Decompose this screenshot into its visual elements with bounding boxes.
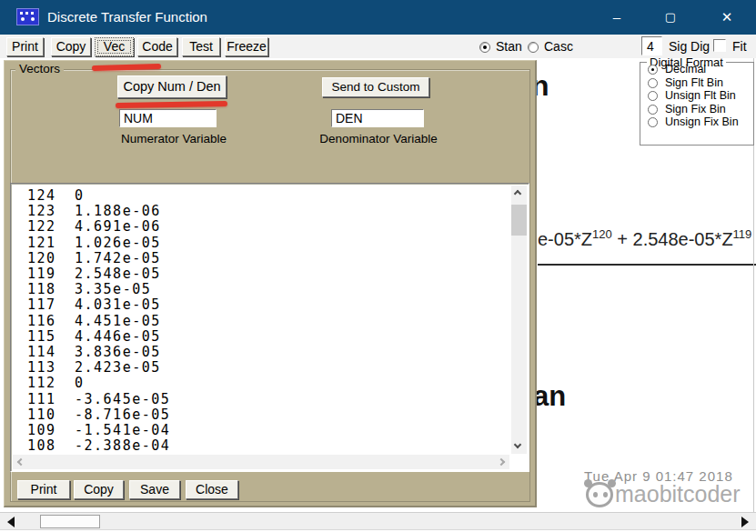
coefficient-value: -2.388e-04 [75, 438, 170, 454]
coefficient-index: 114 [27, 345, 75, 360]
list-item[interactable]: 115 4.446e-05 [27, 329, 509, 345]
fit-checkbox-label[interactable]: Fit [732, 39, 747, 54]
list-item[interactable]: 117 4.031e-05 [27, 297, 509, 313]
coefficient-index: 119 [27, 266, 75, 282]
list-item[interactable]: 113 2.423e-05 [27, 360, 509, 376]
coefficient-index: 118 [27, 282, 75, 297]
coefficient-value: 4.446e-05 [75, 329, 161, 345]
scroll-left-icon[interactable] [7, 517, 15, 527]
list-item[interactable]: 121 1.026e-05 [27, 236, 509, 251]
sig-dig-input[interactable]: 4 [641, 36, 662, 55]
coefficient-index: 115 [27, 329, 75, 345]
stan-radio[interactable] [479, 42, 490, 53]
copy-button[interactable]: Copy [74, 480, 124, 499]
list-item[interactable]: 109 -1.541e-04 [27, 423, 509, 438]
toolbar-test-button[interactable]: Test [182, 37, 220, 56]
list-item[interactable]: 111 -3.645e-05 [27, 392, 509, 407]
list-item[interactable]: 123 1.188e-06 [27, 204, 509, 219]
toolbar-copy-button[interactable]: Copy [51, 37, 91, 56]
list-item[interactable]: 118 3.35e-05 [27, 282, 509, 297]
casc-radio[interactable] [528, 42, 539, 53]
window-horizontal-scrollbar[interactable] [0, 512, 756, 530]
radio-icon[interactable] [648, 117, 658, 127]
coefficient-value: 4.451e-05 [75, 314, 161, 329]
coefficient-index: 108 [27, 438, 75, 454]
panda-logo-icon [586, 482, 613, 507]
coefficient-value: 4.031e-05 [75, 297, 161, 313]
chevron-up-icon [514, 190, 521, 197]
list-vertical-scrollbar[interactable] [511, 186, 527, 454]
radio-sign-fix-bin[interactable]: Sign Fix Bin [648, 104, 753, 116]
coefficient-index: 117 [27, 297, 75, 313]
radio-icon[interactable] [648, 65, 658, 75]
coefficient-listbox[interactable]: 124 0 123 1.188e-06 122 4.691e-06 1 [10, 183, 529, 472]
scroll-up-button[interactable] [511, 186, 527, 200]
send-to-custom-button[interactable]: Send to Custom [322, 77, 429, 97]
screenshot-root: n e-05*Z120 + 2.548e-05*Z119 an Tue Apr … [0, 0, 756, 532]
coefficient-index: 124 [27, 188, 75, 204]
toolbar-vec-button[interactable]: Vec [95, 37, 134, 56]
numerator-variable-input[interactable]: NUM [119, 109, 217, 127]
chevron-left-icon[interactable] [17, 458, 25, 466]
list-item[interactable]: 108 -2.388e-04 [27, 438, 509, 454]
coefficient-value: 2.548e-05 [75, 266, 161, 282]
radio-icon[interactable] [648, 78, 658, 88]
coefficient-value: 0 [75, 376, 85, 391]
coefficient-value: 1.026e-05 [75, 236, 161, 251]
transfer-function-formula: e-05*Z120 + 2.548e-05*Z119 [538, 227, 751, 250]
coefficient-index: 113 [27, 360, 75, 376]
coefficient-value: -8.716e-05 [75, 407, 170, 423]
close-button[interactable]: Close [186, 480, 238, 499]
toolbar-print-button[interactable]: Print [6, 37, 44, 56]
list-item[interactable]: 120 1.742e-05 [27, 251, 509, 266]
fit-checkbox[interactable] [713, 39, 726, 52]
numerator-variable-label: Numerator Variable [110, 132, 237, 146]
list-item[interactable]: 110 -8.716e-05 [27, 407, 509, 423]
list-item[interactable]: 114 3.836e-05 [27, 345, 509, 360]
scroll-down-button[interactable] [511, 439, 527, 454]
watermark: maobitcoder [586, 481, 741, 507]
list-item[interactable]: 122 4.691e-06 [27, 219, 509, 235]
radio-decimal[interactable]: Decimal [648, 64, 753, 76]
radio-icon[interactable] [648, 91, 658, 101]
copy-num-den-button[interactable]: Copy Num / Den [117, 75, 227, 98]
toolbar-freeze-button[interactable]: Freeze [225, 37, 268, 56]
scrollbar-thumb[interactable] [511, 205, 527, 236]
radio-sign-flt-bin[interactable]: Sign Flt Bin [648, 77, 753, 90]
minimize-button[interactable]: – [596, 0, 638, 35]
radio-unsign-flt-bin[interactable]: Unsign Flt Bin [648, 90, 753, 103]
list-item[interactable]: 116 4.451e-05 [27, 314, 509, 329]
scrollbar-thumb[interactable] [40, 515, 100, 528]
chevron-right-icon[interactable] [498, 458, 505, 466]
toolbar: Print Copy Vec Code Test Freeze Stan Cas… [0, 35, 756, 58]
toolbar-code-button[interactable]: Code [137, 37, 177, 56]
scroll-right-icon[interactable] [741, 517, 749, 527]
radio-unsign-fix-bin[interactable]: Unsign Fix Bin [648, 116, 753, 129]
vectors-panel: Vectors Copy Num / Den Send to Custom NU… [4, 60, 537, 507]
coefficient-value: 1.742e-05 [75, 251, 161, 266]
coefficient-index: 111 [27, 392, 75, 407]
list-item[interactable]: 119 2.548e-05 [27, 266, 509, 282]
coefficient-index: 110 [27, 407, 75, 423]
app-icon [16, 8, 39, 25]
list-item[interactable]: 124 0 [27, 188, 509, 204]
vectors-group-title: Vectors [15, 62, 64, 75]
save-button[interactable]: Save [129, 480, 180, 499]
coefficient-value: 0 [75, 188, 85, 204]
coefficient-value: 4.691e-06 [75, 219, 161, 235]
coefficient-index: 123 [27, 204, 75, 219]
denominator-variable-input[interactable]: DEN [331, 109, 424, 127]
close-window-button[interactable]: ✕ [706, 0, 748, 35]
list-item[interactable]: 112 0 [27, 376, 509, 391]
coefficient-index: 121 [27, 236, 75, 251]
maximize-button[interactable]: ▢ [650, 0, 691, 35]
coefficient-index: 122 [27, 219, 75, 235]
sig-dig-label: Sig Dig [669, 39, 710, 54]
radio-icon[interactable] [648, 105, 658, 115]
casc-radio-label[interactable]: Casc [544, 39, 573, 54]
print-button[interactable]: Print [17, 480, 70, 499]
coefficient-list[interactable]: 124 0 123 1.188e-06 122 4.691e-06 1 [13, 186, 509, 454]
list-horizontal-scrollbar[interactable] [13, 455, 509, 469]
coefficient-index: 120 [27, 251, 75, 266]
stan-radio-label[interactable]: Stan [496, 39, 522, 54]
